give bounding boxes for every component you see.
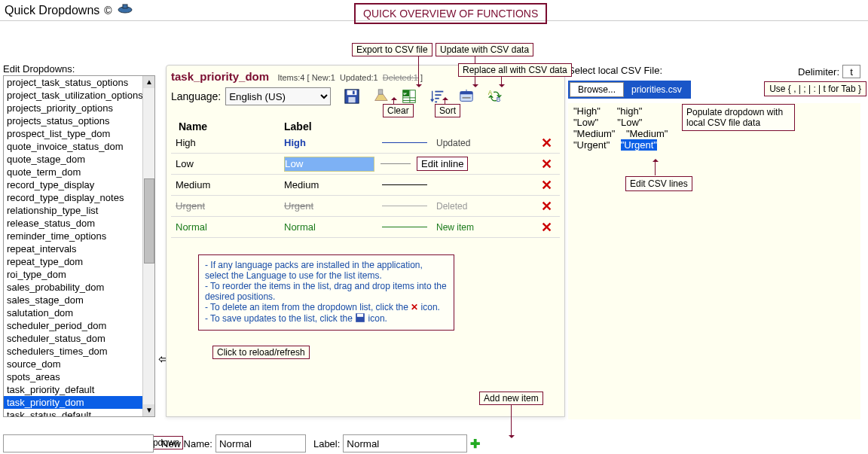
column-name-header: Name: [171, 120, 284, 133]
sidebar-item[interactable]: task_priority_default: [4, 383, 154, 396]
row-label[interactable]: Normal: [284, 221, 382, 233]
callout-update: Update with CSV data: [436, 43, 533, 56]
sidebar-item[interactable]: relationship_type_list: [4, 204, 154, 217]
sidebar-item[interactable]: salutation_dom: [4, 306, 154, 319]
new-name-label: New Name:: [161, 438, 212, 449]
delete-row-icon[interactable]: ✕: [541, 135, 552, 151]
callout-delim-hint: Use { , | ; | : | t for Tab }: [764, 81, 866, 96]
app-logo-icon: [117, 3, 133, 17]
table-row[interactable]: MediumMedium✕: [171, 175, 560, 196]
table-row[interactable]: NormalNormalNew item✕: [171, 217, 560, 238]
callout-add-item: Add new item: [479, 392, 543, 405]
save-inline-icon: [355, 315, 365, 325]
csv-filename: priorities.csv: [624, 82, 689, 97]
sidebar-item[interactable]: sales_probability_dom: [4, 281, 154, 294]
svg-text:B: B: [497, 96, 501, 103]
svg-rect-6: [378, 90, 383, 94]
sidebar-item[interactable]: roi_type_dom: [4, 268, 154, 281]
callout-export: Export to CSV file: [352, 43, 432, 56]
scroll-down-icon[interactable]: ▼: [143, 404, 155, 416]
sidebar-item[interactable]: sales_stage_dom: [4, 294, 154, 306]
row-status: Deleted: [436, 201, 497, 212]
language-select[interactable]: English (US): [225, 87, 331, 105]
callout-sort: Sort: [435, 104, 460, 117]
sidebar-item[interactable]: quote_term_dom: [4, 166, 154, 178]
callout-replace: Replace all with CSV data: [458, 63, 572, 77]
table-row[interactable]: LowEdit inline✕: [171, 154, 560, 175]
sidebar-item[interactable]: quote_stage_dom: [4, 153, 154, 166]
save-icon[interactable]: [343, 87, 361, 105]
delete-row-icon[interactable]: ✕: [541, 177, 552, 193]
row-status: Updated: [436, 138, 497, 148]
select-csv-label: Select local CSV File:: [568, 65, 662, 76]
copyright-symbol: ©: [104, 5, 112, 17]
svg-rect-5: [353, 91, 355, 95]
create-dropdown-input[interactable]: [3, 434, 154, 452]
sidebar-item[interactable]: schedulers_times_dom: [4, 345, 154, 358]
row-label[interactable]: High: [284, 137, 382, 148]
sidebar-item[interactable]: task_priority_dom: [4, 396, 154, 409]
sidebar-item[interactable]: spots_areas: [4, 370, 154, 383]
sidebar-item[interactable]: source_dom: [4, 358, 154, 370]
row-name: Normal: [171, 221, 284, 233]
sidebar-item[interactable]: record_type_display: [4, 178, 154, 191]
sidebar-item[interactable]: projects_status_options: [4, 114, 154, 127]
new-label-input[interactable]: [343, 434, 467, 452]
delete-row-icon[interactable]: ✕: [541, 198, 552, 215]
sidebar-item[interactable]: projects_priority_options: [4, 102, 154, 114]
add-item-icon[interactable]: ✚: [470, 437, 480, 451]
editor-panel: task_priority_dom Items:4 [ New:1 Update…: [166, 65, 565, 417]
help-box: - If any language packs are installed in…: [198, 254, 454, 331]
csv-textarea[interactable]: "High" "high""Low" "Low""Medium" "Medium…: [568, 103, 860, 419]
new-label-label: Label:: [313, 438, 340, 449]
table-row[interactable]: UrgentUrgentDeleted✕: [171, 196, 560, 217]
sidebar-item[interactable]: reminder_time_options: [4, 230, 154, 242]
clear-icon[interactable]: [371, 87, 390, 105]
svg-rect-1: [123, 5, 127, 8]
sidebar-item[interactable]: prospect_list_type_dom: [4, 127, 154, 140]
table-row[interactable]: HighHighUpdated✕: [171, 133, 560, 154]
row-name: Low: [171, 158, 284, 169]
row-label[interactable]: Urgent: [284, 200, 382, 212]
sidebar-item[interactable]: repeat_intervals: [4, 242, 154, 255]
edit-inline-badge: Edit inline: [417, 157, 468, 171]
items-meta: Items:4 [ New:1 Updated:1 Deleted:1 ]: [277, 73, 423, 82]
row-label[interactable]: Medium: [284, 179, 382, 190]
sidebar-title: Edit Dropdowns:: [3, 63, 75, 75]
scroll-up-icon[interactable]: ▲: [143, 76, 155, 88]
delete-row-icon[interactable]: ✕: [541, 156, 552, 172]
delete-row-icon[interactable]: ✕: [541, 219, 552, 236]
row-name: High: [171, 137, 284, 148]
delimiter-label: Delimiter:: [798, 66, 839, 78]
row-label-input[interactable]: [284, 157, 374, 172]
row-name: Medium: [171, 179, 284, 190]
new-name-input[interactable]: [215, 434, 306, 452]
app-title: Quick Dropdowns: [5, 4, 99, 17]
svg-rect-3: [347, 90, 357, 95]
callout-clear: Clear: [383, 104, 414, 117]
sidebar-item[interactable]: release_status_dom: [4, 217, 154, 230]
sidebar-item[interactable]: record_type_display_notes: [4, 191, 154, 204]
overview-title: QUICK OVERVIEW OF FUNCTIONS: [354, 3, 547, 24]
dropdown-list[interactable]: project_task_status_optionsproject_task_…: [3, 75, 155, 417]
sidebar-item[interactable]: quote_invoice_status_dom: [4, 140, 154, 153]
sidebar-item[interactable]: repeat_type_dom: [4, 255, 154, 268]
csv-line[interactable]: "Urgent" "Urgent": [573, 139, 855, 151]
sidebar-item[interactable]: project_task_utilization_options: [4, 89, 154, 102]
sidebar-item[interactable]: scheduler_status_dom: [4, 332, 154, 345]
row-name: Urgent: [171, 200, 284, 212]
column-label-header: Label: [284, 120, 397, 133]
callout-edit-csv: Edit CSV lines: [625, 176, 692, 191]
delimiter-input[interactable]: [842, 65, 860, 78]
sidebar-item[interactable]: project_task_status_options: [4, 76, 154, 89]
callout-reload: Click to reload/refresh: [212, 346, 310, 359]
browse-button[interactable]: Browse...: [570, 82, 624, 97]
sidebar-scrollbar[interactable]: ▲ ▼: [142, 76, 154, 416]
row-status: New item: [436, 222, 497, 233]
csv-panel: Select local CSV File: Delimiter: Browse…: [568, 65, 865, 419]
language-label: Language:: [171, 90, 221, 102]
svg-rect-18: [463, 97, 471, 99]
scroll-thumb[interactable]: [144, 178, 154, 264]
sidebar-item[interactable]: scheduler_period_dom: [4, 319, 154, 332]
sidebar-item[interactable]: task_status_default: [4, 409, 154, 416]
